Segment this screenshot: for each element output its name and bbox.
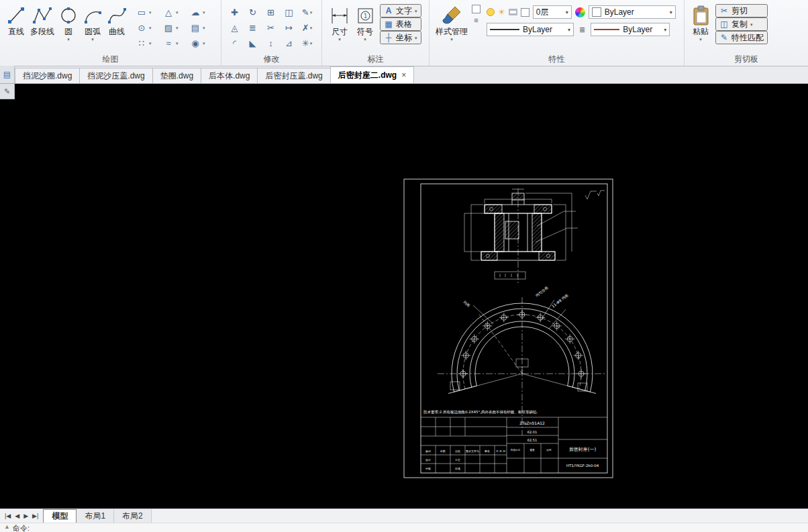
linetype-select[interactable]: ByLayer ▾ [487, 23, 574, 36]
caret-down-icon[interactable]: ▾ [415, 9, 417, 13]
cut-button[interactable]: ✂ 剪切 [715, 4, 768, 17]
color-select[interactable]: ByLayer ▾ [589, 5, 676, 19]
paste-icon [691, 4, 711, 27]
doc-tab[interactable]: 挡泥沙圈.dwg [15, 68, 80, 83]
prev-layout-icon[interactable]: ◀ [13, 513, 21, 519]
doc-tab[interactable]: 后密封座二.dwg× [330, 66, 414, 83]
caret-down-icon: ▾ [310, 10, 313, 15]
edit-polyline-tool[interactable]: ✎▾ [298, 5, 316, 20]
caret-down-icon[interactable]: ▾ [415, 36, 417, 40]
tb-code2: 62.51 [527, 438, 537, 442]
match-properties-label: 特性匹配 [731, 32, 764, 44]
rotate-tool[interactable]: ↻ [244, 5, 262, 20]
style-manager-icon [441, 4, 462, 27]
file-panel-icon[interactable]: ▤ [0, 66, 15, 83]
revision-cloud-tool[interactable]: ☁▾ [188, 5, 215, 20]
text-label: 文字 [396, 5, 412, 17]
coordinate-tool[interactable]: ┼ 坐标 ▾ [380, 31, 421, 44]
paste-button[interactable]: 粘贴 ▾ [689, 3, 713, 42]
caret-down-icon[interactable]: ▾ [750, 22, 753, 27]
spline-tool[interactable]: 曲线 [105, 3, 129, 36]
layer-box-icon[interactable] [521, 8, 529, 17]
doc-tab[interactable]: 挡泥沙压盖.dwg [79, 68, 152, 83]
layout-tab-1[interactable]: 模型 [43, 509, 77, 523]
line-icon [6, 4, 26, 27]
close-icon[interactable]: × [401, 70, 406, 80]
ribbon-section-properties: 样式管理 ▾ ≡ ☀ 0层 ▾ [430, 0, 685, 66]
array-tool[interactable]: ⊞ [262, 5, 280, 20]
color-wheel-icon[interactable] [575, 7, 585, 17]
panel-menu-button[interactable]: ≡ [470, 15, 483, 25]
chamfer-tool[interactable]: ◣ [244, 36, 262, 51]
tb-c2: 重量 [530, 448, 536, 451]
trim-tool[interactable]: ✂ [262, 20, 280, 36]
drawing-canvas[interactable]: ✎ [0, 84, 808, 509]
table-tool[interactable]: ▤▾ [188, 20, 215, 36]
move-tool[interactable]: ✚ [225, 5, 244, 20]
circle-icon [58, 4, 79, 27]
extend-tool[interactable]: ↦ [280, 20, 298, 36]
layer-on-bulb-icon[interactable] [487, 8, 495, 16]
caret-down-icon: ▾ [310, 25, 313, 31]
polygon-tool[interactable]: △▾ [161, 5, 188, 20]
text-tool[interactable]: A 文字 ▾ [380, 4, 421, 17]
lineweight-select[interactable]: ByLayer ▾ [591, 23, 670, 36]
title-block: ZTaZn51A12 62.01 62.51 后密封座(一) HT1/YKGF-… [421, 417, 607, 473]
copy-tool[interactable]: ◫ [280, 5, 298, 20]
section-label-annotate: 标注 [322, 54, 429, 66]
point-tool[interactable]: ∷▾ [134, 36, 161, 51]
ribbon-section-annotate: 尺寸 ▾ 1 符号 ▾ A 文字 ▾ [322, 0, 430, 66]
ribbon-section-modify: ✚↻⊞◫✎▾◬≣✂↦✗▾◜◣↕⊿✳▾ 修改 [221, 0, 322, 66]
layout-tab-bar: |◀ ◀ ▶ ▶| 模型布局1布局2 [0, 509, 808, 523]
tb-r1: 设计 [425, 458, 431, 462]
doc-tab[interactable]: 后密封压盖.dwg [257, 68, 330, 83]
caret-down-icon[interactable]: ▾ [338, 37, 341, 42]
copy-button[interactable]: ◫ 复制 ▾ [715, 17, 768, 31]
next-layout-icon[interactable]: ▶ [21, 513, 30, 519]
rotate-icon: ↻ [249, 7, 256, 17]
rectangle-tool[interactable]: ▭▾ [134, 5, 161, 20]
style-manager-tool[interactable]: 样式管理 ▾ [434, 3, 470, 42]
break-tool[interactable]: ⊿ [280, 36, 298, 51]
caret-down-icon[interactable]: ▾ [450, 37, 453, 42]
panel-page-button[interactable] [470, 4, 483, 15]
doc-tab[interactable]: 垫圈.dwg [152, 68, 201, 83]
doc-tab[interactable]: 后本体.dwg [201, 68, 258, 83]
caret-down-icon: ▾ [203, 25, 205, 31]
arc-tool[interactable]: 圆弧 ▾ [81, 3, 105, 42]
arc-label: 圆弧 [85, 28, 101, 36]
caret-down-icon[interactable]: ▾ [364, 37, 366, 42]
region-tool[interactable]: ◉▾ [188, 36, 215, 51]
printer-icon[interactable] [509, 9, 517, 15]
donut-tool[interactable]: ⊙▾ [134, 20, 161, 36]
last-layout-icon[interactable]: ▶| [30, 513, 40, 519]
table-tool[interactable]: ▦ 表格 [380, 17, 421, 31]
mirror-tool[interactable]: ◬ [225, 20, 244, 36]
symbol-tool[interactable]: 1 符号 ▾ [353, 3, 377, 42]
canvas-pen-icon[interactable]: ✎ [0, 84, 15, 99]
hatch-tool[interactable]: ▨▾ [161, 20, 188, 36]
polyline-tool[interactable]: 多段线 [28, 3, 56, 36]
circle-tool[interactable]: 圆 ▾ [56, 3, 81, 42]
command-bar[interactable]: ▲ 命令: [0, 523, 808, 532]
lineweight-list-icon[interactable]: ≣ [577, 25, 587, 35]
caret-down-icon[interactable]: ▾ [67, 37, 70, 42]
dimension-tool[interactable]: 尺寸 ▾ [326, 3, 353, 42]
sun-icon[interactable]: ☀ [498, 8, 505, 16]
scale-tool[interactable]: ↕ [262, 36, 280, 51]
flange-annotation-right2: 均匀分布 [535, 285, 549, 298]
layout-tab-2[interactable]: 布局1 [77, 509, 114, 523]
fillet-tool[interactable]: ◜ [225, 36, 244, 51]
explode-tool[interactable]: ✳▾ [298, 36, 316, 51]
caret-down-icon[interactable]: ▾ [91, 37, 94, 42]
erase-tool[interactable]: ✗▾ [298, 20, 316, 36]
ribbon-section-draw: 直线 多段线 圆 ▾ [0, 0, 221, 66]
first-layout-icon[interactable]: |◀ [3, 513, 13, 519]
caret-down-icon[interactable]: ▾ [699, 37, 702, 42]
match-properties-button[interactable]: ✎ 特性匹配 [715, 31, 768, 44]
layer-select[interactable]: 0层 ▾ [533, 5, 572, 19]
spline-fit-tool[interactable]: ≈▾ [161, 36, 188, 51]
layout-tab-3[interactable]: 布局2 [114, 509, 152, 523]
line-tool[interactable]: 直线 [4, 3, 28, 36]
offset-tool[interactable]: ≣ [244, 20, 262, 36]
